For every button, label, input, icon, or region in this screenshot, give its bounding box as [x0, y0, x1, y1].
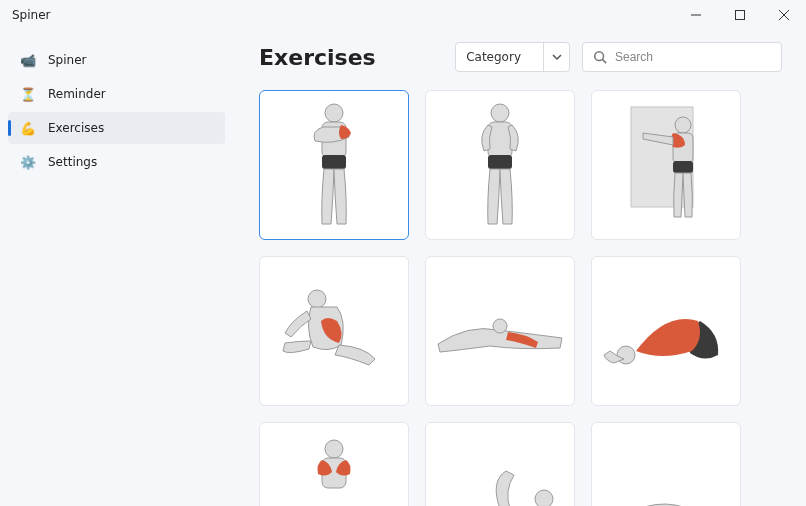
search-input[interactable]: [615, 50, 771, 64]
svg-line-5: [603, 60, 607, 64]
svg-point-6: [325, 104, 343, 122]
minimize-button[interactable]: [674, 0, 718, 30]
svg-rect-15: [673, 161, 693, 173]
exercise-card[interactable]: [259, 90, 409, 240]
header-row: Exercises Category: [259, 42, 782, 72]
close-button[interactable]: [762, 0, 806, 30]
sidebar-item-settings[interactable]: ⚙️ Settings: [8, 146, 225, 178]
svg-point-13: [675, 117, 691, 133]
exercise-card[interactable]: [259, 256, 409, 406]
svg-point-4: [595, 52, 604, 61]
exercise-illustration: [279, 427, 389, 506]
sidebar-item-spiner[interactable]: 📹 Spiner: [8, 44, 225, 76]
main-content: Exercises Category: [235, 30, 806, 506]
maximize-button[interactable]: [718, 0, 762, 30]
exercise-card[interactable]: [259, 422, 409, 506]
category-select[interactable]: Category: [455, 42, 570, 72]
exercise-illustration: [445, 95, 555, 235]
exercise-illustration: [601, 95, 731, 235]
search-icon: [593, 50, 607, 64]
maximize-icon: [735, 10, 745, 20]
exercise-card[interactable]: [591, 90, 741, 240]
title-bar: Spiner: [0, 0, 806, 30]
exercise-illustration: [279, 95, 389, 235]
svg-point-18: [617, 346, 635, 364]
category-select-label: Category: [456, 43, 543, 71]
minimize-icon: [691, 10, 701, 20]
page-title: Exercises: [259, 45, 443, 70]
hourglass-icon: ⏳: [20, 86, 36, 102]
svg-point-9: [491, 104, 509, 122]
svg-rect-1: [736, 11, 745, 20]
svg-point-16: [308, 290, 326, 308]
exercise-card[interactable]: [425, 256, 575, 406]
exercise-card[interactable]: [425, 90, 575, 240]
sidebar-item-label: Exercises: [48, 121, 104, 135]
svg-point-17: [493, 319, 507, 333]
exercise-illustration: [269, 271, 399, 391]
search-box[interactable]: [582, 42, 782, 72]
gear-icon: ⚙️: [20, 154, 36, 170]
app-body: 📹 Spiner ⏳ Reminder 💪 Exercises ⚙️ Setti…: [0, 30, 806, 506]
window-title: Spiner: [12, 8, 51, 22]
exercise-card[interactable]: [591, 256, 741, 406]
exercise-illustration: [596, 452, 736, 506]
chevron-down-icon: [543, 43, 569, 71]
muscle-icon: 💪: [20, 120, 36, 136]
close-icon: [779, 10, 789, 20]
sidebar-item-reminder[interactable]: ⏳ Reminder: [8, 78, 225, 110]
svg-point-19: [325, 440, 343, 458]
camera-icon: 📹: [20, 52, 36, 68]
exercise-card[interactable]: [425, 422, 575, 506]
window-controls: [674, 0, 806, 30]
sidebar-item-label: Reminder: [48, 87, 106, 101]
svg-point-21: [535, 490, 553, 506]
exercise-illustration: [596, 281, 736, 381]
sidebar-item-exercises[interactable]: 💪 Exercises: [8, 112, 225, 144]
svg-rect-8: [322, 155, 346, 169]
sidebar-item-label: Spiner: [48, 53, 87, 67]
sidebar-item-label: Settings: [48, 155, 97, 169]
exercise-illustration: [430, 296, 570, 366]
svg-rect-11: [488, 155, 512, 169]
exercise-grid: [259, 90, 782, 506]
sidebar: 📹 Spiner ⏳ Reminder 💪 Exercises ⚙️ Setti…: [0, 30, 235, 506]
exercise-card[interactable]: [591, 422, 741, 506]
exercise-grid-container: [259, 90, 782, 506]
exercise-illustration: [430, 457, 570, 506]
